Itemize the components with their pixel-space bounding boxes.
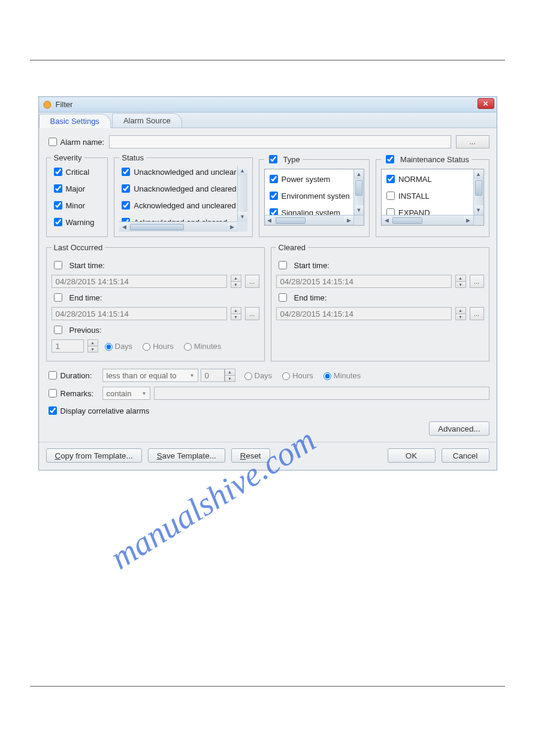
scroll-up-icon[interactable]: ▲ xyxy=(474,169,483,179)
remarks-operator-select[interactable]: contain xyxy=(102,387,150,400)
cleared-start-label: Start time: xyxy=(294,261,330,270)
advanced-button[interactable]: Advanced... xyxy=(429,421,489,436)
spinner-down-icon[interactable]: ▼ xyxy=(225,376,235,382)
spinner-down-icon[interactable]: ▼ xyxy=(231,314,241,320)
maint-vscroll[interactable]: ▲ ▼ xyxy=(473,169,483,215)
last-start-spinner[interactable]: ▲▼ xyxy=(231,275,241,288)
previous-days-label: Days xyxy=(115,342,133,351)
duration-operator-select[interactable]: less than or equal to xyxy=(102,369,198,382)
status-vscroll[interactable]: ▲ ▼ xyxy=(237,166,247,221)
duration-days-radio[interactable] xyxy=(244,372,252,380)
spinner-down-icon[interactable]: ▼ xyxy=(88,347,98,353)
spinner-up-icon[interactable]: ▲ xyxy=(456,275,466,282)
scroll-thumb[interactable] xyxy=(392,217,422,224)
spinner-up-icon[interactable]: ▲ xyxy=(456,308,466,314)
cleared-end-input[interactable] xyxy=(276,307,452,320)
reset-button[interactable]: Reset xyxy=(231,448,270,463)
close-button[interactable]: ✕ xyxy=(477,98,494,109)
status-unack-unclear-checkbox[interactable] xyxy=(122,168,130,176)
duration-spinner[interactable]: ▲▼ xyxy=(225,369,235,382)
spinner-up-icon[interactable]: ▲ xyxy=(88,340,98,347)
last-end-browse-button[interactable]: ... xyxy=(245,307,259,320)
alarm-name-browse-button[interactable]: ... xyxy=(456,135,489,148)
cleared-start-browse-button[interactable]: ... xyxy=(470,275,484,288)
cancel-button[interactable]: Cancel xyxy=(442,448,489,463)
display-correlative-checkbox[interactable] xyxy=(49,406,57,415)
duration-checkbox[interactable] xyxy=(49,371,57,379)
previous-days-radio[interactable] xyxy=(105,343,113,351)
status-ack-unclear-checkbox[interactable] xyxy=(122,201,130,210)
scroll-thumb[interactable] xyxy=(355,180,362,196)
last-end-checkbox[interactable] xyxy=(54,293,62,302)
scroll-right-icon[interactable]: ▶ xyxy=(344,215,353,225)
previous-value-input[interactable] xyxy=(52,339,84,353)
scroll-left-icon[interactable]: ◀ xyxy=(265,215,274,225)
save-label: ave Template... xyxy=(162,451,216,460)
duration-minutes-radio[interactable] xyxy=(324,372,331,380)
spinner-up-icon[interactable]: ▲ xyxy=(231,308,241,314)
duration-minutes-label: Minutes xyxy=(334,371,361,380)
maint-install-checkbox[interactable] xyxy=(386,192,395,200)
type-env-checkbox[interactable] xyxy=(270,192,278,200)
cleared-start-checkbox[interactable] xyxy=(279,261,287,269)
scroll-down-icon[interactable]: ▼ xyxy=(238,212,247,221)
duration-value-input[interactable] xyxy=(201,369,225,382)
scroll-up-icon[interactable]: ▲ xyxy=(354,169,364,179)
remarks-input[interactable] xyxy=(154,387,489,400)
maint-hscroll[interactable]: ◀ ▶ xyxy=(382,215,473,225)
last-occurred-legend: Last Occurred xyxy=(52,243,105,252)
maint-normal-checkbox[interactable] xyxy=(386,175,395,183)
spinner-up-icon[interactable]: ▲ xyxy=(225,369,235,376)
scroll-thumb[interactable] xyxy=(276,217,306,224)
previous-minutes-radio[interactable] xyxy=(184,343,192,351)
scroll-right-icon[interactable]: ▶ xyxy=(228,222,237,232)
type-power-checkbox[interactable] xyxy=(270,175,278,183)
tab-alarm-source[interactable]: Alarm Source xyxy=(112,113,182,127)
last-start-input[interactable] xyxy=(52,275,227,288)
titlebar[interactable]: Filter ✕ xyxy=(39,97,497,113)
spinner-up-icon[interactable]: ▲ xyxy=(231,275,241,282)
last-end-input[interactable] xyxy=(52,307,227,320)
scroll-down-icon[interactable]: ▼ xyxy=(474,205,483,215)
cleared-end-browse-button[interactable]: ... xyxy=(470,307,484,320)
last-end-spinner[interactable]: ▲▼ xyxy=(231,307,241,320)
scroll-down-icon[interactable]: ▼ xyxy=(354,205,364,215)
last-start-browse-button[interactable]: ... xyxy=(245,275,259,288)
type-hscroll[interactable]: ◀ ▶ xyxy=(265,215,354,225)
alarm-name-checkbox[interactable] xyxy=(49,138,57,146)
type-vscroll[interactable]: ▲ ▼ xyxy=(353,169,364,215)
spinner-down-icon[interactable]: ▼ xyxy=(456,314,466,320)
last-start-checkbox[interactable] xyxy=(54,261,62,269)
scroll-thumb[interactable] xyxy=(475,180,482,196)
previous-hours-radio[interactable] xyxy=(143,343,150,351)
cleared-end-checkbox[interactable] xyxy=(279,293,287,302)
remarks-checkbox[interactable] xyxy=(49,389,57,397)
save-template-button[interactable]: Save Template... xyxy=(148,448,225,463)
cleared-start-input[interactable] xyxy=(276,275,452,288)
spinner-down-icon[interactable]: ▼ xyxy=(456,282,466,288)
severity-critical-label: Critical xyxy=(66,168,90,177)
ok-button[interactable]: OK xyxy=(388,448,436,463)
maint-legend-checkbox[interactable] xyxy=(386,155,394,163)
scroll-left-icon[interactable]: ◀ xyxy=(382,215,391,225)
scroll-right-icon[interactable]: ▶ xyxy=(464,215,473,225)
spinner-down-icon[interactable]: ▼ xyxy=(231,282,241,288)
status-hscroll[interactable]: ◀ ▶ xyxy=(119,221,237,232)
status-unack-cleared-checkbox[interactable] xyxy=(122,184,130,193)
cleared-end-spinner[interactable]: ▲▼ xyxy=(455,307,466,320)
severity-major-checkbox[interactable] xyxy=(54,184,62,193)
scroll-thumb[interactable] xyxy=(130,224,184,230)
scroll-up-icon[interactable]: ▲ xyxy=(238,166,247,175)
severity-critical-checkbox[interactable] xyxy=(54,168,62,176)
previous-checkbox[interactable] xyxy=(54,326,62,334)
copy-template-button[interactable]: Copy from Template... xyxy=(46,448,142,463)
cleared-start-spinner[interactable]: ▲▼ xyxy=(455,275,466,288)
type-legend-checkbox[interactable] xyxy=(269,155,277,163)
scroll-left-icon[interactable]: ◀ xyxy=(119,222,129,232)
previous-spinner[interactable]: ▲▼ xyxy=(87,339,98,353)
severity-minor-checkbox[interactable] xyxy=(54,201,62,210)
duration-hours-radio[interactable] xyxy=(282,372,290,380)
alarm-name-input[interactable] xyxy=(109,135,451,148)
tab-basic-settings[interactable]: Basic Settings xyxy=(39,114,111,128)
severity-warning-checkbox[interactable] xyxy=(54,218,62,226)
